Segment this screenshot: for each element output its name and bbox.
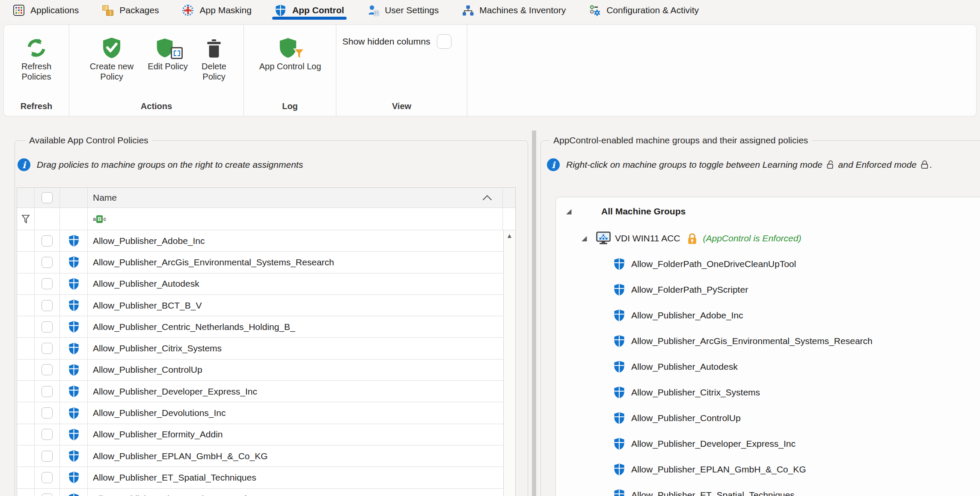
assigned-policy-row[interactable]: Allow_Publisher_Autodesk: [566, 354, 980, 380]
assigned-policy-row[interactable]: Allow_FolderPath_PyScripter: [566, 277, 980, 303]
row-checkbox[interactable]: [42, 364, 53, 375]
select-all-checkbox[interactable]: [42, 192, 53, 203]
row-checkbox-cell[interactable]: [35, 316, 60, 337]
policy-shield-icon: [613, 437, 625, 450]
row-name-cell: Allow_Publisher_Eformity_Addin: [88, 424, 515, 445]
row-checkbox-cell[interactable]: [35, 424, 60, 445]
policy-name: Allow_Publisher_ArcGis_Environmental_Sys…: [93, 257, 334, 267]
row-margin-cell: [17, 316, 35, 337]
row-checkbox-cell[interactable]: [35, 467, 60, 488]
policy-table-row[interactable]: Allow_Publisher_Flexera_License_Software…: [17, 489, 515, 496]
tab-app-masking[interactable]: App Masking: [182, 0, 251, 21]
row-checkbox[interactable]: [42, 321, 53, 333]
tree-root-all-machine-groups[interactable]: ◢ All Machine Groups: [566, 201, 980, 222]
row-checkbox-cell[interactable]: [35, 381, 60, 402]
policy-table-row[interactable]: Allow_Publisher_ControlUp: [17, 359, 515, 381]
create-new-policy-button[interactable]: Create new Policy: [80, 36, 144, 82]
row-checkbox[interactable]: [42, 343, 53, 354]
row-checkbox-cell[interactable]: [35, 359, 60, 380]
assigned-policy-row[interactable]: Allow_Publisher_EPLAN_GmbH_&_Co_KG: [566, 457, 980, 482]
row-checkbox-cell[interactable]: [35, 273, 60, 294]
assigned-policy-row[interactable]: Allow_Publisher_ControlUp: [566, 405, 980, 431]
filter-cell[interactable]: [17, 208, 35, 230]
expander-expanded-icon[interactable]: ◢: [582, 235, 589, 242]
tab-applications[interactable]: Applications: [13, 0, 79, 21]
info-icon: i: [547, 158, 560, 171]
row-checkbox[interactable]: [42, 493, 53, 496]
learning-mode-open-lock-icon: [826, 160, 835, 169]
row-checkbox-cell[interactable]: [35, 338, 60, 359]
row-checkbox[interactable]: [42, 278, 53, 289]
row-checkbox-cell[interactable]: [35, 402, 60, 423]
row-checkbox[interactable]: [42, 257, 53, 268]
row-name-cell: Allow_Publisher_Adobe_Inc: [88, 230, 515, 251]
tree-machine-group-vdi-win11-acc[interactable]: ◢ VDI WIN11 ACC (AppControl is Enforced): [566, 226, 980, 251]
policy-table-row[interactable]: Allow_Publisher_BCT_B_V: [17, 295, 515, 316]
row-checkbox-cell[interactable]: [35, 489, 60, 496]
name-column-header[interactable]: Name: [88, 188, 503, 208]
assigned-policy-row[interactable]: Allow_FolderPath_OneDriveCleanUpTool: [566, 251, 980, 277]
assigned-policy-row[interactable]: Allow_Publisher_ArcGis_Environmental_Sys…: [566, 328, 980, 354]
policy-table-row[interactable]: Allow_Publisher_Citrix_Systems: [17, 338, 515, 359]
policy-table-row[interactable]: Allow_Publisher_ET_Spatial_Techniques: [17, 467, 515, 488]
policy-table-row[interactable]: Allow_Publisher_Adobe_Inc: [17, 230, 515, 252]
header-spacer-cell: [503, 188, 515, 208]
expander-expanded-icon[interactable]: ◢: [566, 208, 574, 215]
policy-table-row[interactable]: Allow_Publisher_Eformity_Addin: [17, 424, 515, 446]
header-icon-cell: [60, 188, 88, 208]
assigned-policy-row[interactable]: Allow_Publisher_Citrix_Systems: [566, 380, 980, 405]
policy-shield-icon: [613, 360, 625, 373]
show-hidden-columns-checkbox[interactable]: [437, 34, 451, 49]
policy-table-row[interactable]: Allow_Publisher_Autodesk: [17, 273, 515, 295]
row-checkbox-cell[interactable]: [35, 252, 60, 273]
edit-policy-button[interactable]: Edit Policy: [147, 36, 188, 82]
ribbon-group-view: Show hidden columns View: [336, 25, 467, 116]
row-checkbox-cell[interactable]: [35, 295, 60, 316]
policy-table-row[interactable]: Allow_Publisher_EPLAN_GmbH_&_Co_KG: [17, 446, 515, 467]
tab-app-control[interactable]: App Control: [275, 0, 344, 21]
assigned-policy-row[interactable]: Allow_Publisher_Developer_Express_Inc: [566, 431, 980, 457]
row-checkbox[interactable]: [42, 429, 53, 440]
row-icon-cell: [60, 252, 88, 273]
panel-splitter[interactable]: [532, 131, 536, 496]
tab-label: User Settings: [385, 5, 439, 15]
table-vertical-scrollbar[interactable]: ▲: [503, 230, 515, 496]
policy-name: Allow_Publisher_Devolutions_Inc: [93, 408, 226, 418]
header-checkbox-cell[interactable]: [35, 188, 60, 208]
policy-name: Allow_Publisher_Developer_Express_Inc: [93, 386, 257, 397]
tab-packages[interactable]: Packages: [102, 0, 159, 21]
enforced-mode-closed-lock-icon: [920, 160, 929, 169]
row-checkbox[interactable]: [42, 235, 53, 247]
tab-machines-inventory[interactable]: Machines & Inventory: [462, 0, 566, 21]
table-body: Allow_Publisher_Adobe_Inc Allow_Publishe…: [17, 230, 515, 496]
ribbon-group-label: View: [336, 101, 467, 111]
policy-name: Allow_Publisher_Citrix_Systems: [93, 343, 222, 353]
packages-boxes-icon: [102, 4, 114, 16]
row-icon-cell: [60, 446, 88, 466]
sort-ascending-icon[interactable]: [483, 195, 492, 204]
row-checkbox[interactable]: [42, 407, 53, 419]
app-control-log-button[interactable]: App Control Log: [256, 36, 324, 72]
refresh-policies-button[interactable]: Refresh Policies: [9, 36, 64, 82]
name-filter-input[interactable]: a B c: [88, 208, 503, 230]
row-checkbox-cell[interactable]: [35, 446, 60, 466]
scrollbar-up-arrow-icon[interactable]: ▲: [506, 232, 513, 496]
policy-name: Allow_Publisher_EPLAN_GmbH_&_Co_KG: [93, 451, 268, 461]
tab-configuration-activity[interactable]: Configuration & Activity: [589, 0, 699, 21]
row-checkbox[interactable]: [42, 451, 53, 462]
policy-shield-icon: [613, 258, 625, 270]
assigned-policy-row[interactable]: Allow_Publisher_Adobe_Inc: [566, 303, 980, 328]
row-checkbox[interactable]: [42, 472, 53, 483]
policy-table-row[interactable]: Allow_Publisher_Developer_Express_Inc: [17, 381, 515, 402]
delete-policy-button[interactable]: Delete Policy: [192, 36, 236, 82]
row-checkbox[interactable]: [42, 300, 53, 311]
row-checkbox-cell[interactable]: [35, 230, 60, 251]
policy-table-row[interactable]: Allow_Publisher_Centric_Netherlands_Hold…: [17, 316, 515, 338]
row-checkbox[interactable]: [42, 386, 53, 397]
tab-user-settings[interactable]: User Settings: [367, 0, 439, 21]
trash-icon: [204, 36, 224, 60]
policy-table-row[interactable]: Allow_Publisher_Devolutions_Inc: [17, 402, 515, 424]
assigned-policy-row[interactable]: Allow_Publisher_ET_Spatial_Techniques: [566, 482, 980, 496]
abc-filter-type-icon[interactable]: a B c: [93, 215, 106, 223]
policy-table-row[interactable]: Allow_Publisher_ArcGis_Environmental_Sys…: [17, 252, 515, 273]
